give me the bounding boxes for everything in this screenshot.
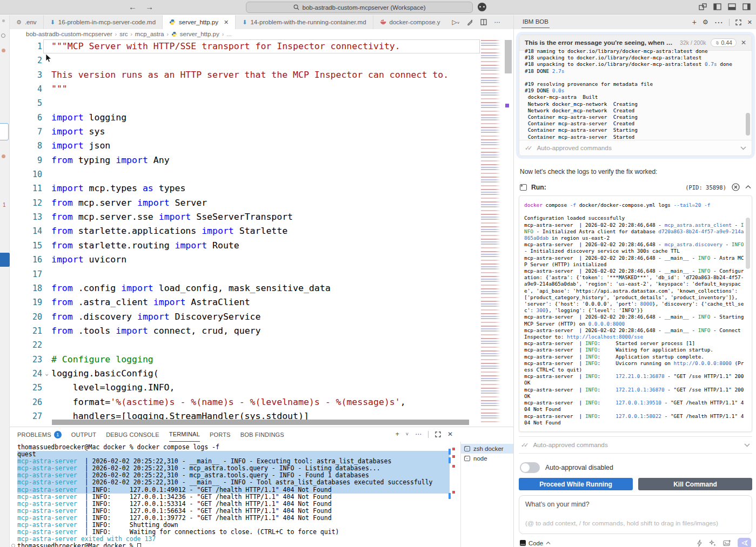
new-terminal-icon[interactable]: + xyxy=(396,430,399,438)
scrollbar-thumb[interactable] xyxy=(505,40,512,73)
code-line[interactable]: 21from .tools import connect, crud, quer… xyxy=(10,324,481,338)
toggle-secondary-sidebar-icon[interactable] xyxy=(742,3,751,10)
code-line[interactable]: 18from .config import load_config, mask_… xyxy=(10,281,481,295)
code-line[interactable]: 13from mcp.server.sse import SseServerTr… xyxy=(10,210,481,224)
tab-ibm-bob[interactable]: IBM BOB xyxy=(521,16,550,28)
error-log[interactable]: #18 naming to docker.io/library/docker-m… xyxy=(519,48,752,140)
more-actions-icon[interactable]: ⋯ xyxy=(494,18,500,26)
new-chat-icon[interactable]: + xyxy=(692,18,697,26)
send-button[interactable] xyxy=(738,538,751,547)
terminal-item-zsh-docker[interactable]: zsh docker xyxy=(461,444,513,454)
forward-icon[interactable]: → xyxy=(145,2,153,11)
code-line[interactable]: 23# Configure logging xyxy=(10,353,481,367)
terminal-line[interactable]: thomassuedbroecker@Mac docker % xyxy=(17,543,450,547)
code-line[interactable]: 15from starlette.routing import Route xyxy=(10,239,481,253)
close-tab-icon[interactable]: ✕ xyxy=(224,19,229,26)
fold-chevron-icon[interactable]: ⌄ xyxy=(42,367,51,381)
command-center-search[interactable]: bob-astradb-custom-mcpserver (Workspace) xyxy=(246,2,473,13)
run-python-icon[interactable]: ▷˅ xyxy=(452,18,460,26)
split-editor-icon[interactable] xyxy=(480,19,487,25)
edit-ai-icon[interactable] xyxy=(466,19,473,26)
code-line[interactable]: 9from typing import Any xyxy=(10,153,481,167)
tab-terminal[interactable]: TERMINAL xyxy=(169,427,200,442)
more-actions-icon[interactable]: ⋯ xyxy=(714,17,723,28)
add-image-icon[interactable] xyxy=(723,539,731,546)
tab-env[interactable]: ⚙ .env xyxy=(10,15,44,29)
gear-icon[interactable]: ⚙ xyxy=(703,18,708,26)
proceed-while-running-button[interactable]: Proceed While Running xyxy=(519,478,633,490)
tab-problems[interactable]: PROBLEMS 1 xyxy=(17,427,62,442)
code-line[interactable]: 8import json xyxy=(10,139,481,153)
auto-approved-row[interactable]: ✓✓ Auto-approved commands xyxy=(519,436,752,454)
minimap[interactable] xyxy=(481,40,501,422)
tab-server-http-py[interactable]: server_http.py ✕ xyxy=(163,15,236,29)
code-line[interactable]: 26 format='%(asctime)s - %(name)s - %(le… xyxy=(10,395,481,409)
code-line[interactable]: 19from .astra_client import AstraClient xyxy=(10,295,481,309)
tab-debug-console[interactable]: DEBUG CONSOLE xyxy=(106,427,159,442)
code-line[interactable]: 14from starlette.applications import Sta… xyxy=(10,224,481,238)
breadcrumb-item[interactable]: bob-astradb-custom-mcpserver xyxy=(26,31,112,37)
kill-command-button[interactable]: Kill Command xyxy=(638,478,752,490)
code-line[interactable]: 2 xyxy=(10,53,481,67)
breadcrumb-item[interactable]: mcp_astra xyxy=(135,31,164,37)
chevron-up-icon[interactable] xyxy=(745,185,751,189)
lightning-icon[interactable] xyxy=(697,539,703,547)
breadcrumb[interactable]: bob-astradb-custom-mcpserver › src › mcp… xyxy=(10,29,513,39)
run-output-card[interactable]: docker compose -f docker/docker-compose.… xyxy=(519,195,752,432)
toggle-panel-icon[interactable] xyxy=(728,3,736,10)
sparkles-icon[interactable] xyxy=(709,539,717,547)
code-line[interactable]: 25 level=logging.INFO, xyxy=(10,381,481,395)
terminal-item-node[interactable]: node xyxy=(461,454,513,463)
tab-bob-findings[interactable]: BOB FINDINGS xyxy=(240,427,284,442)
auto-approved-row[interactable]: ✓✓ Auto-approved commands xyxy=(519,140,752,156)
terminal-line[interactable]: thomassuedbroecker@Mac docker % docker c… xyxy=(17,444,450,451)
code-line[interactable]: 24⌄logging.basicConfig( xyxy=(10,367,481,381)
code-line[interactable]: 1"""MCP Server with HTTP/SSE transport f… xyxy=(10,39,481,53)
code-line[interactable]: 4""" xyxy=(10,82,481,96)
terminal-output[interactable]: thomassuedbroecker@Mac docker % docker c… xyxy=(17,444,450,547)
tab-ports[interactable]: PORTS xyxy=(210,427,231,442)
maximize-panel-icon[interactable] xyxy=(435,431,441,437)
close-icon[interactable]: ✕ xyxy=(747,19,752,26)
code-line[interactable]: 17 xyxy=(10,267,481,281)
code-line[interactable]: 22 xyxy=(10,338,481,352)
command-decoration[interactable] xyxy=(11,544,15,547)
chat-input[interactable]: What's on your mind? (@ to add context, … xyxy=(519,495,752,534)
more-actions-icon[interactable]: ⋯ xyxy=(415,430,422,438)
tab-14-problem-md[interactable]: ⬇ 14-problem-with-the-running-container.… xyxy=(236,15,373,29)
tab-16-problem-md[interactable]: ⬇ 16-problem-in-mcp-server-code.md xyxy=(44,15,163,29)
horizontal-scrollbar[interactable] xyxy=(52,420,469,425)
scrollbar-thumb[interactable] xyxy=(746,218,750,269)
toggle-sidebar-icon[interactable] xyxy=(713,3,721,10)
close-panel-icon[interactable]: ✕ xyxy=(447,430,453,438)
code-line[interactable]: 20from .discovery import DiscoveryServic… xyxy=(10,310,481,324)
breadcrumb-item[interactable]: src xyxy=(119,31,128,37)
scrollbar-thumb[interactable] xyxy=(746,113,750,136)
stop-command-icon[interactable] xyxy=(732,183,740,191)
breadcrumb-item[interactable]: ... xyxy=(226,31,232,37)
code-line[interactable]: 3This version runs as an HTTP server tha… xyxy=(10,68,481,82)
auto-approval-toggle[interactable] xyxy=(520,462,540,473)
code-line[interactable]: 12from mcp.server import Server xyxy=(10,196,481,210)
tab-docker-compose[interactable]: docker-compose.y xyxy=(373,15,447,29)
code-editor[interactable]: 1"""MCP Server with HTTP/SSE transport f… xyxy=(10,39,513,427)
chevron-down-icon[interactable] xyxy=(740,146,746,150)
chevron-down-icon[interactable]: ˅ xyxy=(406,431,409,437)
customize-layout-icon[interactable] xyxy=(699,3,707,10)
expand-icon[interactable] xyxy=(735,19,741,25)
breadcrumb-item[interactable]: server_http.py xyxy=(180,31,219,37)
code-line[interactable]: 11import mcp.types as types xyxy=(10,181,481,195)
code-line[interactable]: 10 xyxy=(10,167,481,181)
line-number: 27 xyxy=(10,409,42,423)
close-icon[interactable]: ✕ xyxy=(741,39,746,46)
editor-scrollbar[interactable] xyxy=(503,39,513,427)
assistant-icon[interactable] xyxy=(478,3,486,11)
code-line[interactable]: 16import uvicorn xyxy=(10,253,481,267)
tab-output[interactable]: OUTPUT xyxy=(71,427,96,442)
code-line[interactable]: 5 xyxy=(10,96,481,110)
chevron-down-icon[interactable] xyxy=(744,443,750,447)
code-line[interactable]: 7import sys xyxy=(10,125,481,139)
code-line[interactable]: 6import logging xyxy=(10,111,481,125)
back-icon[interactable]: ← xyxy=(129,2,137,11)
mode-selector[interactable]: Code xyxy=(520,540,551,546)
